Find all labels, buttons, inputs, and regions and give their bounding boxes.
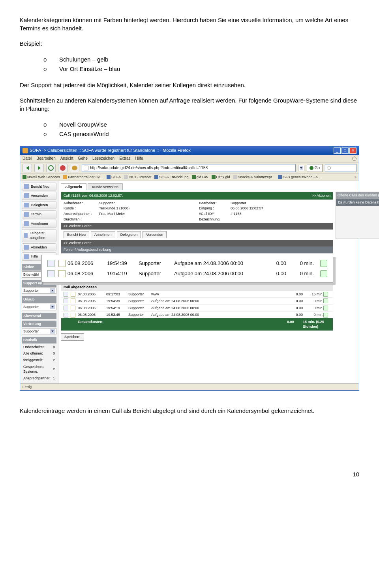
- close-button[interactable]: ✕: [349, 147, 356, 154]
- delegate-icon: [24, 203, 29, 207]
- bookmark-item[interactable]: Novell Web Services: [23, 175, 60, 180]
- annehmen-button[interactable]: Annehmen: [91, 231, 115, 239]
- paragraph: Kalenderkategorien können mit Farben hin…: [20, 16, 359, 32]
- bookmark-item[interactable]: DKH - Intranet: [124, 175, 152, 180]
- action-icon[interactable]: [323, 299, 328, 303]
- action-icon[interactable]: [323, 292, 328, 297]
- bullet-text: Schulungen – gelb: [59, 56, 108, 63]
- tab-allgemein[interactable]: Allgemein: [61, 183, 86, 190]
- bookmark-item[interactable]: Citrix gid: [212, 175, 230, 180]
- section-header: Statistik: [22, 337, 56, 343]
- search-icon: [327, 166, 331, 170]
- minimize-button[interactable]: _: [334, 147, 341, 154]
- accept-icon: [24, 221, 29, 226]
- report-icon[interactable]: [64, 292, 68, 297]
- sidepanel-body: Es wurden keine Datensätze gefunden.: [336, 199, 379, 206]
- report-icon[interactable]: [47, 260, 54, 267]
- sidebar-button[interactable]: Versenden: [22, 192, 56, 200]
- url-dropdown[interactable]: [298, 165, 304, 171]
- section-header: Urlaub: [22, 296, 56, 303]
- page-number: 10: [20, 470, 359, 478]
- window-title: SOFA -> Callübersichten :: SOFA wurde re…: [30, 148, 191, 153]
- home-button[interactable]: [70, 164, 79, 172]
- table-row: 06.08.200619:54:39SupporterAufgabe am 24…: [61, 297, 333, 304]
- nav-toolbar: http://sofaupdate.gid24.de/show.alls.php…: [20, 162, 359, 174]
- main-content: Allgemein Kunde verwalten Call #1158 vom…: [58, 181, 379, 384]
- back-button[interactable]: [23, 164, 32, 172]
- sidebar-button[interactable]: Leihgerät ausgeben: [22, 229, 56, 242]
- url-input[interactable]: http://sofaupdate.gid24.de/show.alls.php…: [82, 164, 296, 172]
- fehler-bar: Fehler-/ Auftragsbeschreibung: [61, 246, 333, 253]
- menu-item[interactable]: Gehe: [78, 156, 88, 161]
- throbber-icon: ◯: [352, 156, 356, 161]
- urlaub-select[interactable]: Supporter: [22, 304, 56, 310]
- plus-icon: [212, 175, 216, 179]
- menu-item[interactable]: Extras: [119, 156, 130, 161]
- bookmark-item[interactable]: gid GW: [192, 175, 208, 180]
- sidebar-button[interactable]: Bericht Neu: [22, 183, 56, 191]
- support-select[interactable]: Supporter: [22, 287, 56, 294]
- table-row: 06.08.200619:54:19SupporterAufgabe am 24…: [61, 304, 333, 312]
- sidebar-button[interactable]: Annehmen: [22, 220, 56, 228]
- bookmark-item[interactable]: SOFA Entwicklung: [154, 175, 188, 180]
- bookmarks-toolbar: Novell Web Services Partnerportal der CA…: [20, 174, 359, 181]
- delegieren-button[interactable]: Delegieren: [117, 231, 141, 239]
- bullet-mark: o: [43, 64, 59, 74]
- calendar-icon[interactable]: [71, 306, 75, 310]
- calendar-icon[interactable]: [58, 260, 66, 267]
- stats-table: Unbearbeitet:0 Alle offenen:0 fertiggest…: [22, 343, 56, 382]
- reload-button[interactable]: [46, 164, 56, 172]
- section-header: Vertretung: [22, 321, 56, 327]
- bookmark-item[interactable]: Partnerportal der CA...: [63, 175, 103, 180]
- weitere-daten-bar[interactable]: >> Weitere Daten:: [61, 223, 333, 230]
- bullet-list-1: oSchulungen – gelb oVor Ort Einsätze – b…: [43, 55, 359, 74]
- stop-button[interactable]: [58, 164, 68, 172]
- paragraph: Der Support hat jederzeit die Möglichkei…: [20, 81, 359, 89]
- sidebar-button[interactable]: Delegieren: [22, 201, 56, 209]
- bullet-mark: o: [43, 129, 59, 139]
- search-input[interactable]: [325, 164, 356, 172]
- action-icon[interactable]: [323, 306, 328, 310]
- statusbar: Fertig: [20, 383, 359, 390]
- bookmark-item[interactable]: Snacks & Salatrezept...: [233, 175, 275, 180]
- bookmark-item[interactable]: SOFA: [107, 175, 121, 180]
- call-header: Call #1158 vom 06.08.2006 12:02:57: >> A…: [61, 192, 333, 200]
- sidepanel-header: Offene Calls des Kunden (0): [336, 192, 379, 199]
- save-button[interactable]: Speichern: [61, 333, 84, 341]
- maximize-button[interactable]: □: [341, 147, 349, 154]
- go-button[interactable]: Go: [307, 164, 323, 172]
- menu-item[interactable]: Bearbeiten: [36, 156, 55, 161]
- menu-item[interactable]: Datei: [23, 156, 32, 161]
- bullet-mark: o: [43, 120, 59, 129]
- action-icon[interactable]: [320, 270, 327, 277]
- calendar-icon[interactable]: [71, 292, 75, 297]
- calendar-icon: [24, 212, 29, 217]
- bookmark-item[interactable]: CAS genesisWorld - A...: [278, 175, 321, 180]
- menu-item[interactable]: Ansicht: [60, 156, 73, 161]
- report-icon[interactable]: [64, 299, 68, 303]
- aktionen-link[interactable]: >> Aktionen: [312, 193, 331, 198]
- report-icon[interactable]: [64, 306, 68, 310]
- versenden-button[interactable]: Versenden: [143, 231, 167, 239]
- menubar: Datei Bearbeiten Ansicht Gehe Lesezeiche…: [20, 155, 359, 162]
- paragraph: Kalendereinträge werden in einem Call al…: [20, 407, 359, 415]
- calendar-icon[interactable]: [58, 270, 66, 277]
- report-icon[interactable]: [64, 313, 68, 317]
- bericht-neu-button[interactable]: Bericht Neu: [64, 231, 89, 239]
- sidebar-button[interactable]: Abmelden: [22, 243, 56, 252]
- menu-item[interactable]: Hilfe: [135, 156, 143, 161]
- tab-kunde[interactable]: Kunde verwalten: [88, 183, 123, 190]
- page-icon: [84, 166, 88, 170]
- calendar-icon[interactable]: [71, 313, 75, 317]
- mail-icon: [24, 193, 29, 198]
- action-icon[interactable]: [320, 260, 327, 267]
- sidebar-button[interactable]: Termin: [22, 210, 56, 218]
- menu-item[interactable]: Lesezeichen: [92, 156, 114, 161]
- report-icon[interactable]: [47, 270, 54, 277]
- weitere-daten-bar[interactable]: >> Weitere Daten:: [61, 240, 333, 246]
- forward-button[interactable]: [34, 164, 44, 172]
- vertretung-select[interactable]: Supporter: [22, 328, 56, 335]
- logout-icon: [24, 245, 29, 250]
- calendar-icon[interactable]: [71, 299, 75, 303]
- action-icon[interactable]: [323, 313, 328, 317]
